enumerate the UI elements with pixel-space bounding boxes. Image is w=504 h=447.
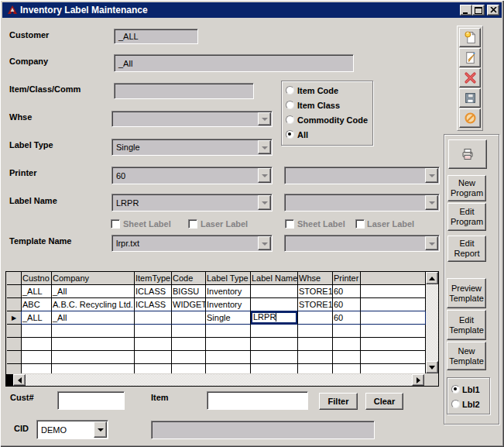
grid-cell[interactable] [251, 364, 298, 373]
label-type-combo[interactable]: Single [111, 139, 273, 156]
grid-cell[interactable] [172, 364, 206, 373]
whse-combo-arrow[interactable] [258, 112, 271, 126]
grid-vscroll-up-button[interactable] [426, 272, 438, 284]
grid-vscroll-down-button[interactable] [426, 361, 438, 373]
grid-cell[interactable] [52, 338, 135, 351]
company-field[interactable]: _All [114, 54, 354, 72]
label-name-combo-2[interactable] [284, 194, 440, 211]
filter-button[interactable]: Filter [319, 393, 358, 410]
grid-hscroll-left-button[interactable] [13, 374, 26, 386]
grid-cell[interactable] [298, 338, 333, 351]
grid-cell[interactable] [361, 338, 426, 351]
grid-row-selector[interactable] [7, 351, 22, 364]
grid-cell[interactable] [52, 364, 135, 373]
item-filter-radio-item-code[interactable] [286, 86, 294, 95]
save-button[interactable] [459, 88, 481, 108]
grid-cell[interactable]: Inventory [206, 298, 251, 311]
edit-program-button[interactable]: Edit Program [447, 203, 486, 231]
grid-row-selector[interactable] [7, 364, 22, 373]
grid-cell[interactable] [172, 311, 206, 325]
customer-field[interactable]: _ALL [114, 29, 198, 44]
grid-cell[interactable] [172, 351, 206, 364]
grid-cell[interactable] [333, 325, 361, 338]
grid-cell[interactable] [135, 311, 172, 325]
laser-label-checkbox-2[interactable] [355, 219, 365, 229]
cid-combo-arrow[interactable] [94, 421, 107, 438]
label-name-combo-2-arrow[interactable] [425, 195, 438, 210]
grid-cell[interactable] [135, 325, 172, 338]
grid-cell[interactable] [135, 364, 172, 373]
grid-cell[interactable] [206, 364, 251, 373]
grid-cell[interactable]: STORE1 [298, 285, 333, 298]
grid-cell[interactable] [206, 338, 251, 351]
grid-row-selector[interactable] [7, 285, 22, 298]
grid-cell[interactable] [251, 285, 298, 298]
grid-cell[interactable] [361, 311, 426, 325]
template-name-combo-arrow[interactable] [258, 236, 271, 250]
sheet-label-checkbox-2[interactable] [285, 219, 294, 229]
printer-combo-2[interactable] [284, 167, 440, 184]
grid-cell[interactable]: ICLASS [135, 298, 172, 311]
preview-template-button[interactable]: Preview Template [447, 278, 486, 308]
edit-template-button[interactable]: Edit Template [447, 310, 486, 340]
grid-cell[interactable]: A.B.C. Recycling Ltd. [52, 298, 135, 311]
item-filter-radio-all[interactable] [286, 130, 294, 139]
grid-cell[interactable] [135, 351, 172, 364]
grid-cell[interactable] [361, 325, 426, 338]
print-button[interactable] [448, 139, 487, 169]
template-name-combo-2-arrow[interactable] [425, 236, 438, 250]
grid-hscrollbar[interactable] [13, 374, 424, 386]
new-button[interactable] [459, 28, 481, 47]
minimize-button[interactable] [460, 5, 472, 15]
grid-cell[interactable] [172, 338, 206, 351]
grid-cell[interactable] [22, 364, 52, 373]
grid-vscrollbar[interactable] [426, 272, 438, 373]
grid-cell[interactable] [22, 338, 52, 351]
whse-combo[interactable] [111, 111, 273, 127]
cid-combo[interactable]: DEMO [36, 420, 108, 439]
grid-cell[interactable] [251, 298, 298, 311]
grid-cell[interactable] [52, 325, 135, 338]
title-bar[interactable]: Inventory Label Maintenance [2, 2, 502, 18]
cancel-button[interactable] [459, 108, 481, 128]
grid-cell[interactable] [298, 364, 333, 373]
clear-button[interactable]: Clear [365, 393, 403, 410]
grid-cell[interactable]: Inventory [206, 285, 251, 298]
printer-combo-arrow[interactable] [258, 168, 271, 183]
grid-cell[interactable]: STORE1 [298, 298, 333, 311]
grid-cell[interactable] [333, 351, 361, 364]
grid-cell[interactable]: Single [206, 311, 251, 325]
maximize-button[interactable] [472, 5, 485, 15]
item-input[interactable] [207, 391, 308, 410]
item-filter-radio-item-class[interactable] [286, 101, 294, 109]
grid-cell[interactable] [206, 325, 251, 338]
item-class-comm-field[interactable] [114, 83, 254, 99]
grid-row-selector[interactable]: ▶ [7, 311, 22, 325]
grid-cell[interactable] [298, 351, 333, 364]
grid-cell[interactable] [361, 351, 426, 364]
grid-cell[interactable]: ICLASS [135, 285, 172, 298]
new-template-button[interactable]: New Template [447, 342, 486, 370]
grid-cell[interactable]: _All [52, 285, 135, 298]
grid-cell[interactable] [361, 285, 426, 298]
grid-cell[interactable]: _All [52, 311, 135, 325]
grid-cell[interactable]: _ALL [22, 285, 52, 298]
new-program-button[interactable]: New Program [447, 175, 486, 201]
grid-cell[interactable] [52, 351, 135, 364]
template-name-combo[interactable]: lrpr.txt [111, 235, 273, 252]
grid-cell[interactable]: ABC [22, 298, 52, 311]
grid-cell[interactable]: 60 [333, 285, 361, 298]
grid-cell-editor[interactable]: LRPR [251, 311, 297, 324]
grid-cell[interactable] [251, 351, 298, 364]
delete-button[interactable] [459, 68, 481, 88]
grid-cell[interactable] [251, 338, 298, 351]
grid-cell[interactable]: 60 [333, 311, 361, 325]
grid-hscroll-right-button[interactable] [412, 374, 424, 386]
sheet-label-checkbox-1[interactable] [111, 219, 120, 229]
lbl-radio-lbl2[interactable] [451, 400, 460, 408]
printer-combo[interactable]: 60 [111, 167, 273, 184]
grid-cell[interactable] [333, 364, 361, 373]
grid-cell[interactable]: BIGSU [172, 285, 206, 298]
grid-cell[interactable] [298, 311, 333, 325]
edit-button[interactable] [459, 48, 481, 67]
